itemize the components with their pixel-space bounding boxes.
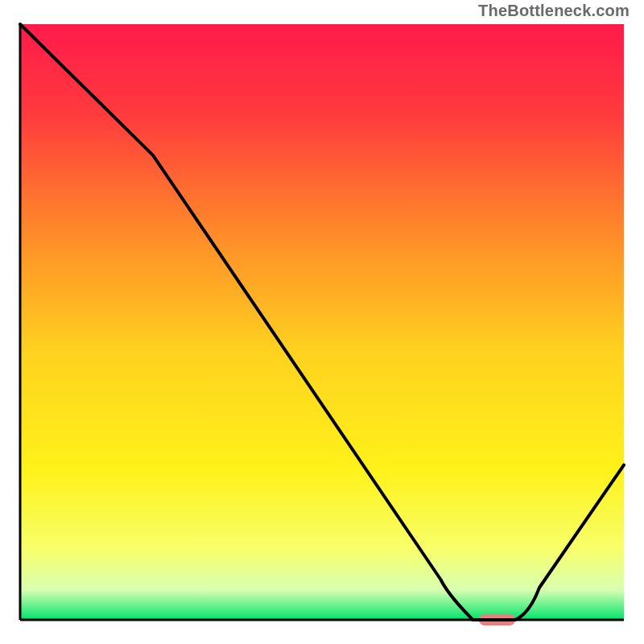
chart-svg [0,0,644,644]
chart-container: TheBottleneck.com [0,0,644,644]
